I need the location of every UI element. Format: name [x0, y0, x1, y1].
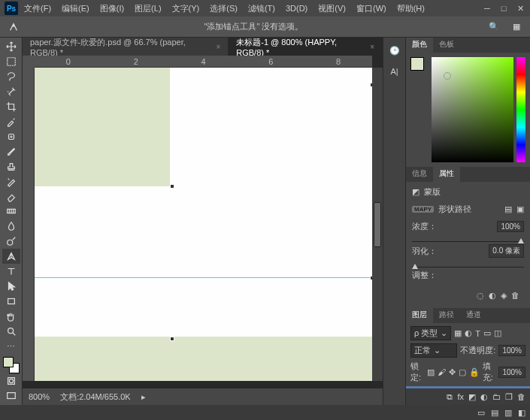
foreground-color[interactable] — [3, 357, 14, 367]
scrollbar-thumb[interactable] — [374, 202, 381, 247]
menu-select[interactable]: 选择(S) — [205, 2, 242, 16]
filter-smart-icon[interactable]: ◫ — [494, 328, 501, 338]
hand-tool[interactable] — [2, 309, 20, 324]
quick-mask-toggle[interactable] — [2, 373, 20, 388]
tab-close-icon[interactable]: × — [370, 43, 374, 51]
document-tab-2[interactable]: 未标题-1 @ 800% (HAPPY, RGB/8) * × — [229, 38, 383, 56]
move-tool[interactable] — [2, 39, 20, 54]
eraser-tool[interactable] — [2, 189, 20, 204]
layer-style-icon[interactable]: fx — [457, 392, 464, 401]
invert-mask-icon[interactable]: ◐ — [489, 291, 496, 301]
new-layer-icon[interactable]: ❐ — [505, 392, 513, 402]
hue-slider[interactable] — [516, 57, 525, 162]
dodge-tool[interactable] — [2, 234, 20, 249]
status-icon[interactable]: ▭ — [477, 408, 485, 418]
filter-shape-icon[interactable]: ▭ — [483, 328, 491, 338]
guide-horizontal[interactable] — [35, 277, 372, 278]
options-panel-icon[interactable]: ▦ — [507, 20, 525, 35]
layers-panel-tab[interactable]: 图层 — [406, 308, 433, 323]
mask-pixel-icon[interactable]: ▤ — [504, 204, 512, 214]
layer-filter-kind[interactable]: ρ 类型 ⌄ — [410, 326, 451, 340]
healing-tool[interactable] — [2, 129, 20, 144]
menu-type[interactable]: 文字(Y) — [168, 2, 204, 16]
brush-tool[interactable] — [2, 144, 20, 159]
stamp-tool[interactable] — [2, 159, 20, 174]
menu-layer[interactable]: 图层(L) — [130, 2, 165, 16]
lasso-tool[interactable] — [2, 69, 20, 84]
magic-wand-tool[interactable] — [2, 84, 20, 99]
zoom-tool[interactable] — [2, 324, 20, 339]
delete-layer-icon[interactable]: 🗑 — [517, 392, 525, 401]
path-anchor[interactable] — [170, 184, 174, 189]
mask-from-selection-icon[interactable]: ◌ — [477, 291, 484, 301]
options-search-icon[interactable]: 🔍 — [485, 20, 503, 35]
menu-image[interactable]: 图像(I) — [95, 2, 129, 16]
status-expand-icon[interactable]: ▸ — [141, 392, 146, 402]
crop-tool[interactable] — [2, 99, 20, 114]
mask-vector-icon[interactable]: ▣ — [516, 204, 524, 214]
document-canvas[interactable] — [35, 68, 372, 381]
lock-all-icon[interactable]: 🔒 — [469, 367, 480, 377]
close-button[interactable]: ✕ — [515, 3, 525, 14]
history-brush-tool[interactable] — [2, 174, 20, 189]
edit-toolbar[interactable]: ⋯ — [2, 339, 20, 354]
filter-adjust-icon[interactable]: ◐ — [465, 328, 472, 338]
lock-pixels-icon[interactable]: 🖌 — [438, 367, 446, 376]
zoom-field[interactable]: 800% — [29, 392, 50, 401]
status-icon[interactable]: ◧ — [518, 408, 525, 418]
status-icon[interactable]: ▥ — [504, 408, 512, 418]
gradient-tool[interactable] — [2, 204, 20, 219]
color-cursor[interactable] — [444, 72, 451, 80]
menu-help[interactable]: 帮助(H) — [392, 2, 429, 16]
current-tool-icon[interactable] — [5, 20, 23, 35]
maximize-button[interactable]: □ — [498, 3, 509, 14]
apply-mask-icon[interactable]: ◈ — [501, 291, 507, 301]
blend-mode-select[interactable]: 正常 ⌄ — [410, 343, 457, 358]
status-icon[interactable]: ▤ — [491, 408, 498, 418]
lock-position-icon[interactable]: ✥ — [449, 367, 456, 377]
menu-3d[interactable]: 3D(D) — [281, 2, 312, 14]
channels-panel-tab[interactable]: 通道 — [460, 308, 487, 323]
color-panel-tab[interactable]: 颜色 — [406, 38, 433, 53]
type-tool[interactable] — [2, 264, 20, 279]
ruler-vertical[interactable] — [23, 68, 35, 381]
fill-value[interactable]: 100% — [498, 367, 525, 378]
ruler-origin[interactable] — [23, 56, 35, 68]
screen-mode-toggle[interactable] — [2, 388, 20, 403]
color-panel-swatches[interactable] — [410, 57, 429, 162]
opacity-value[interactable]: 100% — [498, 345, 525, 356]
eyedropper-tool[interactable] — [2, 114, 20, 129]
minimize-button[interactable]: ─ — [482, 3, 492, 14]
lock-transparency-icon[interactable]: ▨ — [427, 367, 435, 377]
feather-value[interactable]: 0.0 像素 — [489, 244, 524, 258]
swatches-panel-tab[interactable]: 色板 — [433, 38, 460, 53]
tab-close-icon[interactable]: × — [216, 43, 220, 51]
menu-file[interactable]: 文件(F) — [20, 2, 56, 16]
rectangle-tool[interactable] — [2, 294, 20, 309]
marquee-tool[interactable] — [2, 54, 20, 69]
paths-panel-tab[interactable]: 路径 — [433, 308, 460, 323]
delete-mask-icon[interactable]: 🗑 — [511, 291, 519, 300]
color-swatches[interactable] — [3, 357, 20, 373]
path-select-tool[interactable] — [2, 279, 20, 294]
pen-tool[interactable] — [2, 249, 20, 264]
filter-pixel-icon[interactable]: ▦ — [454, 328, 462, 338]
lock-artboard-icon[interactable]: ▢ — [459, 367, 466, 377]
character-panel-icon[interactable]: A| — [388, 65, 401, 78]
link-layers-icon[interactable]: ⧉ — [447, 392, 453, 402]
menu-filter[interactable]: 滤镜(T) — [244, 2, 280, 16]
properties-panel-tab[interactable]: 属性 — [433, 167, 460, 182]
color-field[interactable] — [432, 57, 513, 162]
info-panel-tab[interactable]: 信息 — [406, 167, 433, 182]
scrollbar-vertical[interactable] — [372, 68, 383, 381]
doc-info[interactable]: 文档:2.04M/655.0K — [60, 391, 131, 403]
menu-edit[interactable]: 编辑(E) — [57, 2, 94, 16]
document-tab-1[interactable]: paper.源文件-欣爱的.psd @ 66.7% (paper, RGB/8)… — [23, 38, 229, 56]
menu-window[interactable]: 窗口(W) — [352, 2, 391, 16]
history-panel-icon[interactable]: 🕑 — [388, 44, 401, 57]
adjustment-layer-icon[interactable]: ◐ — [480, 392, 488, 402]
path-anchor[interactable] — [170, 337, 174, 341]
density-value[interactable]: 100% — [497, 221, 524, 232]
group-layers-icon[interactable]: 🗀 — [492, 392, 501, 401]
add-mask-icon[interactable]: ◩ — [468, 392, 476, 402]
